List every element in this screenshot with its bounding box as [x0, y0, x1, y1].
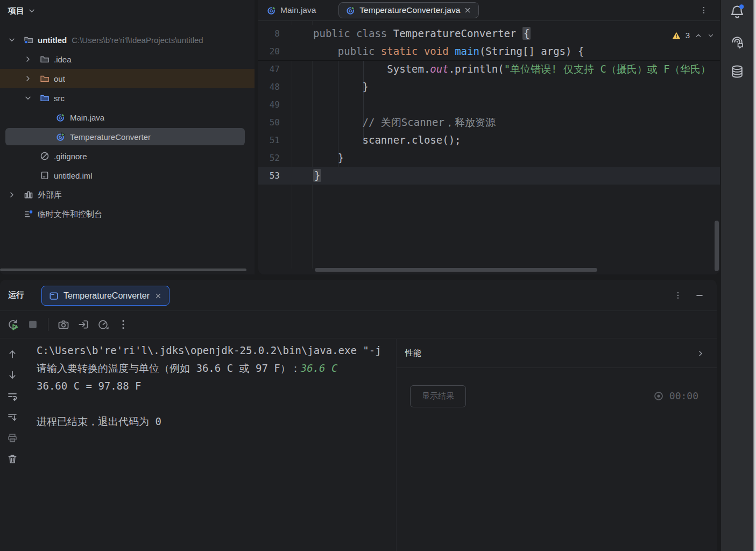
editor-tab-bar: Main.java TemperatureConverter.java — [258, 0, 720, 21]
warning-count: 3 — [686, 31, 690, 40]
tree-item-label: Main.java — [70, 113, 104, 122]
profiler-icon[interactable] — [97, 319, 109, 330]
ai-assistant-icon[interactable] — [730, 34, 744, 48]
line-number[interactable]: 53 — [258, 167, 280, 185]
code-line: 53} — [258, 167, 720, 185]
chevron-right-icon[interactable] — [24, 74, 40, 83]
toolbar-separator — [48, 318, 48, 331]
code-line-text: } — [313, 78, 720, 96]
code-line: 51 scanner.close(); — [258, 131, 720, 149]
run-panel-title: 运行 — [8, 290, 24, 300]
scratches-icon — [24, 209, 33, 219]
tree-item-label: 外部库 — [38, 190, 62, 200]
project-folder-icon — [24, 35, 33, 45]
chevron-icon[interactable] — [8, 190, 16, 199]
run-more-icon[interactable] — [674, 291, 682, 300]
tree-item-label: out — [54, 74, 65, 83]
code-line: 48 } — [258, 78, 720, 96]
close-icon[interactable] — [464, 6, 471, 14]
ignored-icon — [40, 151, 50, 161]
file-icon — [40, 171, 50, 180]
close-icon[interactable] — [154, 292, 162, 300]
editor-more-icon[interactable] — [700, 6, 708, 15]
console-line — [37, 395, 396, 413]
line-number[interactable]: 48 — [258, 78, 280, 96]
tree-item-main.java[interactable]: Main.java — [0, 108, 255, 127]
chevron-right-icon[interactable] — [24, 55, 40, 63]
scroll-to-end-icon[interactable] — [7, 412, 18, 422]
tree-item-.idea[interactable]: .idea — [0, 50, 255, 69]
print-icon[interactable] — [7, 433, 18, 443]
tree-item-label: 临时文件和控制台 — [38, 209, 102, 220]
chevron-icon[interactable] — [24, 94, 32, 102]
database-icon[interactable] — [730, 65, 744, 79]
tree-item-out[interactable]: out — [0, 69, 255, 88]
timer: 00:00 — [653, 390, 698, 401]
tab-temperatureconverter-java[interactable]: TemperatureConverter.java — [338, 2, 479, 18]
tree-item-temperatureconverter[interactable]: TemperatureConverter — [0, 127, 255, 146]
attach-debugger-icon[interactable] — [77, 319, 89, 330]
line-number[interactable]: 20 — [258, 43, 280, 60]
code-line-text: public class TemperatureConverter { — [313, 25, 720, 43]
timer-icon — [653, 391, 664, 401]
soft-wrap-icon[interactable] — [7, 391, 18, 401]
run-panel-header: 运行 TemperatureConverter — [0, 280, 717, 311]
project-panel-header[interactable]: 项目 — [0, 0, 255, 22]
line-number[interactable]: 49 — [258, 96, 280, 114]
editor-horizontal-scrollbar[interactable] — [315, 268, 597, 272]
project-horizontal-scrollbar[interactable] — [0, 269, 246, 271]
tab-main-java[interactable]: Main.java — [260, 2, 322, 18]
next-occurrence-icon[interactable] — [7, 370, 18, 380]
code-area[interactable]: 47 System.out.println("单位错误! 仅支持 C（摄氏）或 … — [258, 60, 720, 274]
line-number[interactable]: 52 — [258, 149, 280, 167]
tab-label: Main.java — [280, 5, 316, 15]
code-line: 8public class TemperatureConverter { — [258, 25, 720, 43]
performance-header[interactable]: 性能 — [397, 339, 717, 368]
tree-item--[interactable]: 临时文件和控制台 — [0, 204, 255, 224]
chevron-right-icon[interactable] — [8, 190, 24, 199]
code-line-text: // 关闭Scanner，释放资源 — [313, 114, 720, 131]
tree-item-label: untitled — [38, 36, 67, 45]
inspections-widget[interactable]: 3 — [672, 31, 715, 40]
line-number[interactable]: 50 — [258, 114, 280, 131]
chevron-right-icon — [696, 349, 705, 358]
show-results-button[interactable]: 显示结果 — [410, 385, 466, 407]
line-number[interactable]: 47 — [258, 60, 280, 78]
chevron-down-icon[interactable] — [24, 94, 40, 102]
code-line: 50 // 关闭Scanner，释放资源 — [258, 114, 720, 131]
sticky-lines[interactable]: 8public class TemperatureConverter {20 p… — [258, 25, 720, 61]
line-number[interactable]: 51 — [258, 131, 280, 149]
more-options-icon[interactable] — [117, 319, 129, 330]
line-number[interactable]: 8 — [258, 25, 280, 43]
chevron-down-icon[interactable] — [8, 36, 24, 44]
notifications-icon[interactable] — [730, 4, 744, 18]
prev-occurrence-icon[interactable] — [7, 349, 18, 359]
run-tab-label: TemperatureConverter — [63, 291, 150, 301]
chevron-icon[interactable] — [24, 74, 32, 83]
chevron-down-icon[interactable] — [27, 6, 36, 15]
rerun-icon[interactable] — [7, 319, 19, 330]
chevron-icon[interactable] — [24, 55, 32, 63]
chevron-down-icon[interactable] — [707, 32, 715, 39]
tree-item-untitled[interactable]: untitledC:\Users\b're'ri'l\IdeaProjects\… — [0, 30, 255, 50]
editor-vertical-scrollbar[interactable] — [715, 221, 719, 271]
tree-item-untitled.iml[interactable]: untitled.iml — [0, 166, 255, 185]
screenshot-icon[interactable] — [58, 319, 69, 330]
minimize-icon[interactable] — [695, 291, 704, 300]
tree-item-.gitignore[interactable]: .gitignore — [0, 146, 255, 166]
code-line-text: public static void main(String[] args) { — [313, 43, 720, 60]
run-toolbar — [0, 311, 717, 338]
project-panel-title[interactable]: 项目 — [8, 6, 24, 16]
chevron-icon[interactable] — [8, 36, 16, 44]
class-run-icon — [56, 112, 66, 122]
chevron-up-icon[interactable] — [695, 32, 702, 39]
console-line: 36.60 C = 97.88 F — [37, 377, 396, 395]
console-output[interactable]: C:\Users\b're'ri'l\.jdks\openjdk-25.0.2\… — [25, 339, 396, 551]
performance-title: 性能 — [405, 348, 421, 358]
stop-icon[interactable] — [27, 319, 39, 330]
folder-gray-icon — [40, 54, 50, 64]
run-tab-temperatureconverter[interactable]: TemperatureConverter — [41, 286, 169, 306]
tree-item--[interactable]: 外部库 — [0, 185, 255, 204]
clear-all-icon[interactable] — [7, 454, 18, 464]
tree-item-src[interactable]: src — [0, 88, 255, 108]
